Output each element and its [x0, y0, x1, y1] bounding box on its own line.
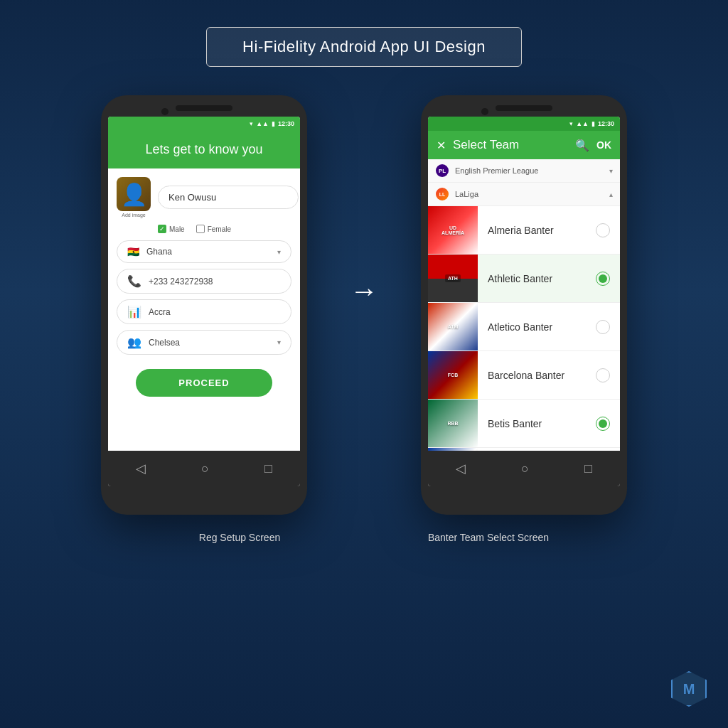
country-dropdown-arrow: ▾	[277, 248, 281, 256]
phone-1-speaker	[176, 105, 232, 111]
wifi-icon: ▾	[250, 120, 253, 127]
almeria-name: Almeria Banter	[478, 225, 596, 236]
avatar: 👤	[117, 177, 151, 211]
betis-name: Betis Banter	[478, 418, 596, 429]
name-input[interactable]	[158, 186, 299, 209]
league-laliga[interactable]: LL LaLiga ▴	[428, 183, 620, 206]
team-item-betis[interactable]: RBB Betis Banter	[428, 400, 620, 448]
laliga-badge: LL	[436, 188, 449, 200]
team-list: PL English Premier League ▾ LL LaLiga ▴	[428, 159, 620, 451]
arrow-container: →	[350, 275, 378, 307]
gender-male[interactable]: ✓ Male	[158, 225, 185, 233]
phone-field[interactable]: 📞 +233 243272938	[117, 269, 291, 294]
battery-icon: ▮	[272, 120, 275, 127]
ok-button[interactable]: OK	[596, 139, 611, 151]
phone-value: +233 243272938	[149, 277, 281, 287]
phone-2-speaker	[496, 105, 552, 111]
laliga-name: LaLiga	[455, 190, 604, 198]
logo-letter: M	[683, 681, 695, 697]
team-icon: 👥	[127, 336, 141, 349]
team-item-athletic[interactable]: ATH Athletic Banter	[428, 255, 620, 303]
home-button-1[interactable]: ○	[201, 461, 209, 476]
proceed-button[interactable]: PROCEED	[136, 369, 272, 397]
premier-league-logo: PL	[435, 164, 449, 178]
logo-watermark: M	[671, 671, 707, 707]
home-button-2[interactable]: ○	[521, 461, 529, 476]
team-item-almeria[interactable]: UDALMERÍA Almeria Banter	[428, 206, 620, 255]
avatar-container: 👤 Add image	[117, 177, 151, 218]
atletico-name: Atletico Banter	[478, 321, 596, 333]
team-item-atletico[interactable]: ATM Atletico Banter	[428, 303, 620, 351]
female-checkbox[interactable]	[196, 225, 205, 233]
league-premier[interactable]: PL English Premier League ▾	[428, 159, 620, 183]
status-bar-2: ▾ ▲▲ ▮ 12:30	[428, 117, 620, 131]
back-button-2[interactable]: ◁	[456, 461, 466, 476]
premier-league-name: English Premier League	[455, 166, 604, 175]
page-title: Hi-Fidelity Android App UI Design	[242, 38, 486, 55]
reg-body: 👤 Add image ✓ Male	[108, 168, 300, 451]
reg-header-title: Lets get to know you	[145, 142, 262, 156]
pl-badge: PL	[436, 164, 449, 177]
betis-badge-text: RBB	[447, 421, 458, 426]
battery-icon-2: ▮	[592, 120, 595, 127]
status-time-1: 12:30	[278, 120, 294, 127]
atletico-badge-text: ATM	[448, 324, 459, 329]
status-time-2: 12:30	[598, 120, 614, 127]
almeria-radio[interactable]	[596, 223, 610, 237]
title-box: Hi-Fidelity Android App UI Design	[206, 27, 522, 67]
recent-button-2[interactable]: □	[584, 461, 592, 476]
team-value: Chelsea	[149, 338, 270, 348]
page-container: Hi-Fidelity Android App UI Design ▾ ▲▲ ▮…	[0, 0, 728, 728]
signal-icon-2: ▲▲	[576, 120, 589, 127]
laliga-logo: LL	[435, 187, 449, 201]
gender-female[interactable]: Female	[196, 225, 231, 233]
profile-row: 👤 Add image	[117, 177, 291, 218]
close-button[interactable]: ✕	[437, 139, 446, 152]
screen2-label: Banter Team Select Screen	[385, 532, 592, 543]
reg-header: Lets get to know you	[108, 131, 300, 168]
athletic-radio-inner	[599, 274, 607, 283]
team-field[interactable]: 👥 Chelsea ▾	[117, 330, 291, 355]
screen1-label: Reg Setup Screen	[136, 532, 343, 543]
athletic-badge: ATH	[428, 255, 478, 303]
barcelona-radio[interactable]	[596, 368, 610, 382]
atletico-radio[interactable]	[596, 320, 610, 334]
phone-2-frame: ▾ ▲▲ ▮ 12:30 ✕ Select Team 🔍 OK	[421, 95, 627, 515]
city-value: Accra	[149, 307, 281, 317]
athletic-radio[interactable]	[596, 272, 610, 286]
phone-1-camera	[161, 108, 168, 115]
signal-icon: ▲▲	[256, 120, 269, 127]
team-item-barcelona[interactable]: FCB Barcelona Banter	[428, 351, 620, 400]
arrow-icon: →	[350, 275, 378, 307]
back-button-1[interactable]: ◁	[136, 461, 146, 476]
female-label: Female	[208, 225, 231, 233]
team-select-title: Select Team	[453, 138, 568, 152]
nav-bar-2: ◁ ○ □	[428, 451, 620, 486]
recent-button-1[interactable]: □	[264, 461, 272, 476]
country-field[interactable]: 🇬🇭 Ghana ▾	[117, 240, 291, 263]
male-checkbox[interactable]: ✓	[158, 225, 166, 233]
country-value: Ghana	[146, 247, 270, 257]
betis-radio-inner	[599, 419, 607, 428]
premier-league-chevron: ▾	[609, 167, 613, 175]
athletic-name: Athletic Banter	[478, 273, 596, 284]
phone-2-camera	[481, 108, 488, 115]
phone-2-bottom	[428, 486, 620, 508]
betis-badge: RBB	[428, 400, 478, 448]
team-dropdown-arrow: ▾	[277, 338, 281, 346]
barcelona-name: Barcelona Banter	[478, 370, 596, 381]
phone-2-screen: ▾ ▲▲ ▮ 12:30 ✕ Select Team 🔍 OK	[428, 117, 620, 486]
barcelona-badge: FCB	[428, 351, 478, 400]
city-field[interactable]: 📊 Accra	[117, 299, 291, 324]
gender-row: ✓ Male Female	[158, 225, 291, 233]
ghana-flag-icon: 🇬🇭	[127, 246, 139, 257]
almeria-badge: UDALMERÍA	[428, 206, 478, 255]
phone-icon: 📞	[127, 274, 141, 288]
team-header: ✕ Select Team 🔍 OK	[428, 131, 620, 159]
athletic-badge-text: ATH	[445, 274, 461, 282]
wifi-icon-2: ▾	[569, 120, 573, 127]
barcelona-badge-text: FCB	[448, 373, 458, 378]
nav-bar-1: ◁ ○ □	[108, 451, 300, 486]
search-icon[interactable]: 🔍	[575, 139, 589, 152]
betis-radio[interactable]	[596, 417, 610, 431]
